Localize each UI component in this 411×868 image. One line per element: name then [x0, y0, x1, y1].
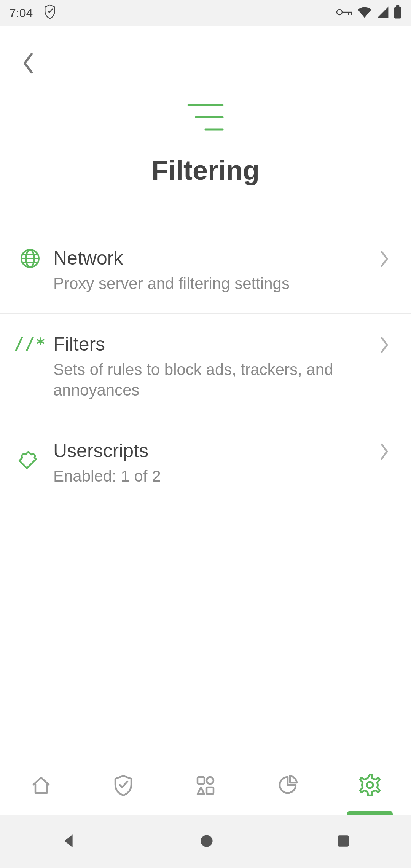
globe-icon: [20, 248, 40, 270]
svg-point-17: [367, 782, 373, 788]
status-time: 7:04: [9, 6, 33, 20]
pie-chart-icon: [276, 774, 299, 796]
svg-rect-16: [207, 787, 213, 794]
system-nav-bar: [0, 815, 411, 868]
page-title: Filtering: [151, 155, 260, 186]
bottom-tab-bar: [0, 754, 411, 815]
shield-icon: [112, 774, 135, 796]
apps-icon: [194, 774, 217, 796]
row-title: Userscripts: [53, 439, 366, 462]
wifi-icon: [357, 6, 372, 20]
content: Filtering Network Proxy server and fi: [0, 26, 411, 754]
svg-rect-19: [338, 835, 349, 846]
gear-icon: [358, 773, 382, 797]
svg-point-18: [201, 835, 212, 847]
home-icon: [30, 774, 53, 796]
tab-apps[interactable]: [164, 754, 247, 815]
row-filters[interactable]: //* Filters Sets of rules to block ads, …: [0, 314, 411, 420]
cellular-icon: [377, 6, 389, 20]
settings-list: Network Proxy server and filtering setti…: [0, 228, 411, 506]
puzzle-icon: [19, 441, 41, 464]
status-bar: 7:04: [0, 0, 411, 26]
tab-stats[interactable]: [247, 754, 329, 815]
row-subtitle: Sets of rules to block ads, trackers, an…: [53, 359, 366, 401]
row-userscripts[interactable]: Userscripts Enabled: 1 of 2: [0, 420, 411, 506]
app-bar: [0, 26, 411, 102]
svg-rect-14: [198, 777, 204, 784]
system-overview-button[interactable]: [335, 833, 351, 850]
tab-protection[interactable]: [82, 754, 164, 815]
tab-home[interactable]: [0, 754, 82, 815]
svg-rect-5: [396, 5, 400, 7]
back-button[interactable]: [21, 52, 35, 76]
row-title: Network: [53, 247, 366, 270]
row-title: Filters: [53, 333, 366, 356]
system-home-button[interactable]: [198, 832, 216, 852]
system-back-button[interactable]: [60, 832, 78, 852]
svg-point-15: [207, 777, 213, 784]
svg-point-0: [337, 10, 342, 15]
row-subtitle: Enabled: 1 of 2: [53, 466, 366, 487]
chevron-right-icon: [379, 439, 390, 462]
row-network[interactable]: Network Proxy server and filtering setti…: [0, 228, 411, 314]
key-icon: [336, 8, 352, 18]
chevron-right-icon: [379, 247, 390, 270]
chevron-right-icon: [379, 333, 390, 356]
tab-settings[interactable]: [329, 754, 411, 815]
battery-icon: [393, 5, 402, 21]
svg-rect-4: [394, 7, 401, 19]
row-subtitle: Proxy server and filtering settings: [53, 273, 366, 294]
shield-check-icon: [43, 4, 56, 22]
filter-icon: [186, 102, 225, 134]
page-header: Filtering: [0, 102, 411, 228]
